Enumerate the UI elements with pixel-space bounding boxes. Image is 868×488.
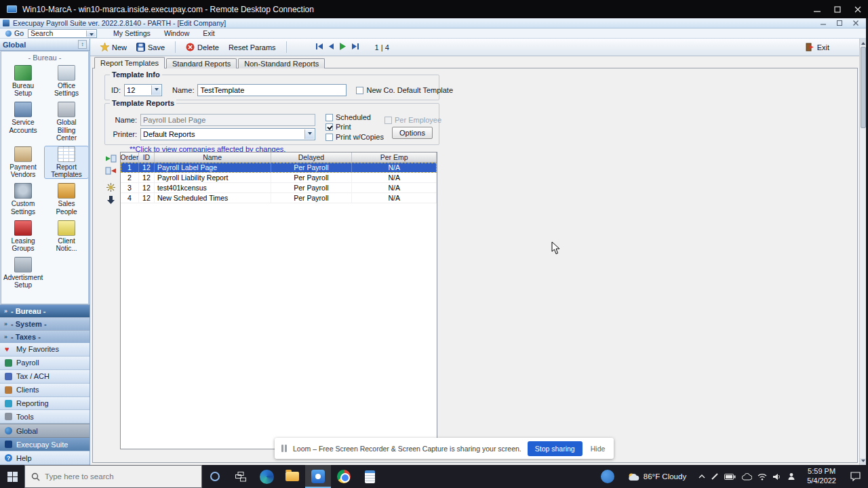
pen-icon[interactable] — [711, 472, 719, 481]
previous-record-icon[interactable] — [328, 43, 334, 52]
sidebar-item-sales-people[interactable]: Sales People — [45, 183, 88, 215]
next-record-icon[interactable] — [339, 42, 347, 52]
hide-button[interactable]: Hide — [589, 445, 608, 453]
taskbar-search-input[interactable] — [45, 472, 184, 481]
task-view-button[interactable] — [228, 465, 254, 488]
tab-standard-reports[interactable]: Standard Reports — [166, 58, 237, 68]
scroll-up-icon[interactable] — [860, 39, 866, 45]
column-header[interactable]: Name — [155, 152, 271, 162]
new-co-default-checkbox[interactable]: New Co. Default Template — [356, 86, 453, 94]
scrollbar-thumb[interactable] — [861, 47, 866, 128]
table-row[interactable]: 2 12 Payroll Liability Report Per Payrol… — [121, 173, 437, 183]
new-button[interactable]: New — [96, 41, 132, 53]
add-row-button[interactable] — [104, 153, 117, 163]
sidebar-item-tools[interactable]: Tools — [0, 410, 90, 424]
print-w-copies-checkbox[interactable]: Print w/Copies — [326, 133, 384, 141]
rdp-close-icon[interactable] — [848, 0, 868, 18]
menu-exit[interactable]: Exit — [196, 29, 222, 37]
vertical-scrollbar[interactable] — [859, 39, 866, 465]
battery-icon[interactable] — [724, 474, 736, 480]
rdp-minimize-icon[interactable] — [807, 0, 827, 18]
tab-non-standard-reports[interactable]: Non-Standard Reports — [238, 58, 325, 68]
template-id-combobox[interactable]: 12 — [124, 84, 162, 96]
row-properties-button[interactable] — [104, 182, 117, 192]
sidebar-item-tax-ach[interactable]: Tax / ACH — [0, 370, 90, 384]
taskbar-search[interactable] — [24, 465, 202, 488]
app-maximize-icon[interactable] — [833, 19, 846, 28]
sidebar-item-report-templates[interactable]: Report Templates — [45, 146, 88, 178]
print-checkbox[interactable]: Print — [326, 123, 351, 131]
taskbar-app-edge[interactable] — [254, 465, 279, 488]
move-row-down-button[interactable] — [104, 195, 117, 205]
sidebar-item-execupay-suite[interactable]: Execupay Suite — [0, 438, 90, 451]
first-record-icon[interactable] — [315, 43, 323, 52]
app-minimize-icon[interactable] — [816, 19, 830, 28]
exit-button[interactable]: Exit — [801, 41, 834, 53]
last-record-icon[interactable] — [351, 43, 359, 52]
sidebar-group-system[interactable]: »- System - — [0, 317, 90, 330]
menu-my-settings[interactable]: My Settings — [106, 29, 157, 37]
save-button[interactable]: Save — [132, 41, 170, 53]
sidebar-item-my-favorites[interactable]: ♥My Favorites — [0, 343, 90, 357]
options-button[interactable]: Options — [392, 127, 433, 139]
tab-report-templates[interactable]: Report Templates — [94, 57, 165, 68]
taskbar-weather[interactable]: 86°F Cloudy — [620, 465, 693, 488]
network-wifi-icon[interactable] — [757, 473, 767, 481]
sidebar-item-advertisment-setup[interactable]: Advertisment Setup — [1, 257, 45, 289]
remove-row-button[interactable] — [104, 165, 117, 176]
sidebar-item-help[interactable]: ?Help — [0, 451, 90, 465]
sidebar-group-taxes[interactable]: »- Taxes - — [0, 330, 90, 343]
go-button[interactable]: Go — [0, 29, 28, 37]
sidebar-item-clients[interactable]: Clients — [0, 384, 90, 397]
menu-window[interactable]: Window — [157, 29, 196, 37]
template-name-input[interactable] — [197, 84, 347, 96]
checkbox-icon[interactable] — [326, 114, 333, 121]
table-row[interactable]: 1 12 Payroll Label Page Per Payroll N/A — [121, 163, 437, 173]
action-center-button[interactable] — [842, 465, 868, 488]
taskbar-app-explorer[interactable] — [279, 465, 305, 488]
sidebar-item-global-billing-center[interactable]: Global Billing Center — [45, 102, 88, 142]
checkbox-icon[interactable] — [326, 134, 333, 141]
column-header[interactable]: Delayed — [271, 152, 353, 162]
scheduled-checkbox[interactable]: Scheduled — [326, 113, 371, 121]
cortana-button[interactable] — [202, 465, 228, 488]
table-row[interactable]: 4 12 New Scheduled Times Per Payroll N/A — [121, 193, 437, 203]
rdp-restore-icon[interactable] — [827, 0, 848, 18]
menu-search-combobox[interactable]: Search — [28, 29, 97, 38]
sidebar-item-custom-settings[interactable]: Custom Settings — [1, 183, 45, 215]
printer-combobox[interactable]: Default Reports — [140, 128, 315, 140]
taskbar-app-rdp[interactable] — [305, 465, 331, 488]
hidden-icons-chevron-icon[interactable] — [698, 474, 705, 479]
app-close-icon[interactable] — [849, 19, 863, 28]
checkbox-icon[interactable] — [356, 87, 363, 94]
template-reports-grid[interactable]: Order ID Name Delayed Per Emp 1 12 Payro… — [120, 152, 437, 449]
sidebar-item-leasing-groups[interactable]: Leasing Groups — [1, 220, 45, 252]
sidebar-item-payment-vendors[interactable]: Payment Vendors — [1, 146, 45, 178]
taskbar-app-chrome[interactable] — [331, 465, 357, 488]
sidebar-item-service-accounts[interactable]: Service Accounts — [1, 102, 45, 142]
sidebar-item-office-settings[interactable]: Office Settings — [45, 65, 88, 97]
sidebar-item-payroll[interactable]: Payroll — [0, 357, 90, 370]
column-header[interactable]: ID — [139, 152, 155, 162]
start-button[interactable] — [0, 465, 24, 488]
reset-params-button[interactable]: Reset Params — [224, 42, 281, 53]
scroll-down-icon[interactable] — [860, 458, 866, 465]
column-header[interactable]: Order — [121, 152, 139, 162]
sidebar-collapse-icon[interactable]: ↕ — [78, 40, 87, 49]
taskbar-app-people[interactable] — [595, 465, 620, 488]
onedrive-cloud-icon[interactable] — [741, 473, 752, 481]
volume-icon[interactable] — [772, 473, 782, 481]
delete-button[interactable]: Delete — [181, 41, 224, 53]
column-header[interactable]: Per Emp — [352, 152, 437, 162]
taskbar-app-notepad[interactable] — [357, 465, 382, 488]
sidebar-item-reporting[interactable]: Reporting — [0, 397, 90, 411]
taskbar-clock[interactable]: 5:59 PM 5/4/2022 — [801, 465, 842, 488]
sidebar-item-client-notices[interactable]: Client Notic... — [45, 220, 88, 252]
checkbox-checked-icon[interactable] — [326, 123, 333, 131]
sidebar-item-global[interactable]: Global — [0, 424, 90, 438]
person-icon[interactable] — [787, 472, 795, 481]
stop-sharing-button[interactable]: Stop sharing — [528, 441, 583, 456]
sidebar-group-bureau[interactable]: »- Bureau - — [0, 304, 90, 317]
sidebar-item-bureau-setup[interactable]: Bureau Setup — [1, 65, 45, 97]
table-row[interactable]: 3 12 test401kcensus Per Payroll N/A — [121, 183, 437, 193]
